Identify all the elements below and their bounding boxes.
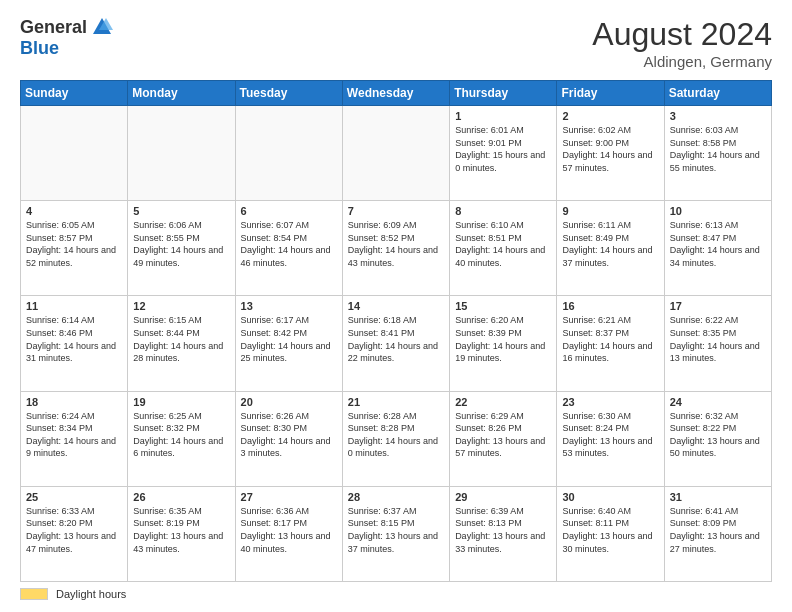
day-info: Sunrise: 6:39 AM Sunset: 8:13 PM Dayligh… [455,505,551,555]
table-row: 25Sunrise: 6:33 AM Sunset: 8:20 PM Dayli… [21,486,128,581]
col-thursday: Thursday [450,81,557,106]
day-info: Sunrise: 6:06 AM Sunset: 8:55 PM Dayligh… [133,219,229,269]
day-number: 10 [670,205,766,217]
calendar-week-row: 25Sunrise: 6:33 AM Sunset: 8:20 PM Dayli… [21,486,772,581]
table-row: 16Sunrise: 6:21 AM Sunset: 8:37 PM Dayli… [557,296,664,391]
location: Aldingen, Germany [592,53,772,70]
calendar-week-row: 18Sunrise: 6:24 AM Sunset: 8:34 PM Dayli… [21,391,772,486]
logo: General Blue [20,16,113,59]
table-row: 20Sunrise: 6:26 AM Sunset: 8:30 PM Dayli… [235,391,342,486]
table-row [21,106,128,201]
day-info: Sunrise: 6:32 AM Sunset: 8:22 PM Dayligh… [670,410,766,460]
table-row: 1Sunrise: 6:01 AM Sunset: 9:01 PM Daylig… [450,106,557,201]
table-row: 21Sunrise: 6:28 AM Sunset: 8:28 PM Dayli… [342,391,449,486]
table-row: 11Sunrise: 6:14 AM Sunset: 8:46 PM Dayli… [21,296,128,391]
day-number: 23 [562,396,658,408]
table-row: 7Sunrise: 6:09 AM Sunset: 8:52 PM Daylig… [342,201,449,296]
table-row: 27Sunrise: 6:36 AM Sunset: 8:17 PM Dayli… [235,486,342,581]
col-wednesday: Wednesday [342,81,449,106]
table-row: 29Sunrise: 6:39 AM Sunset: 8:13 PM Dayli… [450,486,557,581]
table-row: 10Sunrise: 6:13 AM Sunset: 8:47 PM Dayli… [664,201,771,296]
day-number: 9 [562,205,658,217]
month-year: August 2024 [592,16,772,53]
day-number: 3 [670,110,766,122]
day-number: 18 [26,396,122,408]
day-info: Sunrise: 6:09 AM Sunset: 8:52 PM Dayligh… [348,219,444,269]
legend-label: Daylight hours [56,588,126,600]
day-info: Sunrise: 6:18 AM Sunset: 8:41 PM Dayligh… [348,314,444,364]
day-number: 2 [562,110,658,122]
table-row [342,106,449,201]
day-number: 31 [670,491,766,503]
footer: Daylight hours [20,588,772,600]
day-info: Sunrise: 6:03 AM Sunset: 8:58 PM Dayligh… [670,124,766,174]
col-saturday: Saturday [664,81,771,106]
day-number: 5 [133,205,229,217]
day-number: 1 [455,110,551,122]
day-info: Sunrise: 6:20 AM Sunset: 8:39 PM Dayligh… [455,314,551,364]
day-number: 12 [133,300,229,312]
calendar-week-row: 1Sunrise: 6:01 AM Sunset: 9:01 PM Daylig… [21,106,772,201]
table-row: 4Sunrise: 6:05 AM Sunset: 8:57 PM Daylig… [21,201,128,296]
day-info: Sunrise: 6:07 AM Sunset: 8:54 PM Dayligh… [241,219,337,269]
day-number: 8 [455,205,551,217]
day-number: 7 [348,205,444,217]
table-row: 15Sunrise: 6:20 AM Sunset: 8:39 PM Dayli… [450,296,557,391]
day-info: Sunrise: 6:21 AM Sunset: 8:37 PM Dayligh… [562,314,658,364]
day-number: 20 [241,396,337,408]
day-number: 14 [348,300,444,312]
day-number: 19 [133,396,229,408]
col-sunday: Sunday [21,81,128,106]
table-row: 14Sunrise: 6:18 AM Sunset: 8:41 PM Dayli… [342,296,449,391]
table-row: 28Sunrise: 6:37 AM Sunset: 8:15 PM Dayli… [342,486,449,581]
col-tuesday: Tuesday [235,81,342,106]
header: General Blue August 2024 Aldingen, Germa… [20,16,772,70]
day-number: 11 [26,300,122,312]
table-row: 30Sunrise: 6:40 AM Sunset: 8:11 PM Dayli… [557,486,664,581]
day-number: 30 [562,491,658,503]
day-info: Sunrise: 6:30 AM Sunset: 8:24 PM Dayligh… [562,410,658,460]
day-number: 26 [133,491,229,503]
day-info: Sunrise: 6:37 AM Sunset: 8:15 PM Dayligh… [348,505,444,555]
table-row: 8Sunrise: 6:10 AM Sunset: 8:51 PM Daylig… [450,201,557,296]
day-number: 17 [670,300,766,312]
day-info: Sunrise: 6:28 AM Sunset: 8:28 PM Dayligh… [348,410,444,460]
day-info: Sunrise: 6:22 AM Sunset: 8:35 PM Dayligh… [670,314,766,364]
day-info: Sunrise: 6:05 AM Sunset: 8:57 PM Dayligh… [26,219,122,269]
day-info: Sunrise: 6:26 AM Sunset: 8:30 PM Dayligh… [241,410,337,460]
col-friday: Friday [557,81,664,106]
table-row: 19Sunrise: 6:25 AM Sunset: 8:32 PM Dayli… [128,391,235,486]
day-info: Sunrise: 6:01 AM Sunset: 9:01 PM Dayligh… [455,124,551,174]
table-row: 2Sunrise: 6:02 AM Sunset: 9:00 PM Daylig… [557,106,664,201]
table-row: 22Sunrise: 6:29 AM Sunset: 8:26 PM Dayli… [450,391,557,486]
day-number: 6 [241,205,337,217]
day-number: 4 [26,205,122,217]
day-info: Sunrise: 6:40 AM Sunset: 8:11 PM Dayligh… [562,505,658,555]
legend-box [20,588,48,600]
table-row: 23Sunrise: 6:30 AM Sunset: 8:24 PM Dayli… [557,391,664,486]
day-info: Sunrise: 6:15 AM Sunset: 8:44 PM Dayligh… [133,314,229,364]
day-info: Sunrise: 6:02 AM Sunset: 9:00 PM Dayligh… [562,124,658,174]
day-info: Sunrise: 6:25 AM Sunset: 8:32 PM Dayligh… [133,410,229,460]
day-info: Sunrise: 6:29 AM Sunset: 8:26 PM Dayligh… [455,410,551,460]
day-info: Sunrise: 6:24 AM Sunset: 8:34 PM Dayligh… [26,410,122,460]
day-number: 28 [348,491,444,503]
day-number: 24 [670,396,766,408]
table-row [235,106,342,201]
calendar-week-row: 4Sunrise: 6:05 AM Sunset: 8:57 PM Daylig… [21,201,772,296]
table-row [128,106,235,201]
day-number: 27 [241,491,337,503]
day-number: 21 [348,396,444,408]
day-info: Sunrise: 6:35 AM Sunset: 8:19 PM Dayligh… [133,505,229,555]
table-row: 18Sunrise: 6:24 AM Sunset: 8:34 PM Dayli… [21,391,128,486]
table-row: 3Sunrise: 6:03 AM Sunset: 8:58 PM Daylig… [664,106,771,201]
table-row: 6Sunrise: 6:07 AM Sunset: 8:54 PM Daylig… [235,201,342,296]
day-info: Sunrise: 6:41 AM Sunset: 8:09 PM Dayligh… [670,505,766,555]
day-info: Sunrise: 6:13 AM Sunset: 8:47 PM Dayligh… [670,219,766,269]
table-row: 26Sunrise: 6:35 AM Sunset: 8:19 PM Dayli… [128,486,235,581]
col-monday: Monday [128,81,235,106]
logo-icon [91,16,113,38]
table-row: 31Sunrise: 6:41 AM Sunset: 8:09 PM Dayli… [664,486,771,581]
logo-general-text: General [20,17,87,38]
calendar-header-row: Sunday Monday Tuesday Wednesday Thursday… [21,81,772,106]
